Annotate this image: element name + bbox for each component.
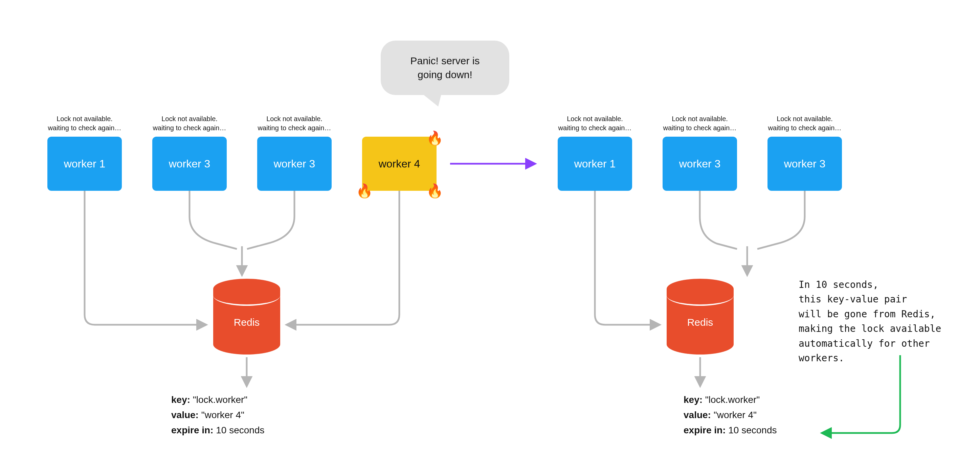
worker-box: worker 3 xyxy=(767,137,842,191)
status-line-2: waiting to check again… xyxy=(258,124,331,132)
status-line-1: Lock not available. xyxy=(567,115,623,122)
kv-value-label: value: xyxy=(684,410,711,420)
worker-box: worker 3 xyxy=(257,137,332,191)
status-line-2: waiting to check again… xyxy=(663,124,737,132)
fire-icon: 🔥 xyxy=(426,184,443,197)
explanation-text: In 10 seconds, this key-value pair will … xyxy=(799,277,980,365)
kv-expire-label: expire in: xyxy=(171,425,213,435)
kv-value-label: value: xyxy=(171,410,199,420)
status-text: Lock not available. waiting to check aga… xyxy=(149,114,230,133)
worker-label: worker 3 xyxy=(679,157,721,170)
status-text: Lock not available. waiting to check aga… xyxy=(554,114,635,133)
status-line-1: Lock not available. xyxy=(672,115,728,122)
kv-value-value: "worker 4" xyxy=(714,410,757,420)
status-line-1: Lock not available. xyxy=(266,115,323,122)
status-line-2: waiting to check again… xyxy=(558,124,632,132)
kv-expire-value: 10 seconds xyxy=(216,425,264,435)
redis-label: Redis xyxy=(667,317,733,328)
kv-block: key: "lock.worker" value: "worker 4" exp… xyxy=(171,392,264,438)
worker-box: worker 1 xyxy=(48,137,122,191)
redis-label: Redis xyxy=(213,317,280,328)
status-text: Lock not available. waiting to check aga… xyxy=(764,114,845,133)
status-text: Lock not available. waiting to check aga… xyxy=(254,114,335,133)
worker-box-panic: worker 4 xyxy=(362,137,436,191)
kv-key-value: "lock.worker" xyxy=(193,394,247,405)
fire-icon: 🔥 xyxy=(426,131,443,145)
worker-label: worker 3 xyxy=(784,157,826,170)
status-text: Lock not available. waiting to check aga… xyxy=(44,114,125,133)
status-line-2: waiting to check again… xyxy=(48,124,121,132)
kv-expire-label: expire in: xyxy=(684,425,725,435)
kv-expire-value: 10 seconds xyxy=(728,425,776,435)
kv-block: key: "lock.worker" value: "worker 4" exp… xyxy=(684,392,776,438)
fire-icon: 🔥 xyxy=(356,184,373,197)
kv-key-value: "lock.worker" xyxy=(705,394,760,405)
worker-box: worker 3 xyxy=(152,137,227,191)
status-line-1: Lock not available. xyxy=(776,115,833,122)
worker-label: worker 1 xyxy=(64,157,106,170)
worker-label: worker 1 xyxy=(574,157,616,170)
worker-label: worker 3 xyxy=(274,157,315,170)
worker-label: worker 3 xyxy=(169,157,210,170)
worker-box: worker 1 xyxy=(558,137,632,191)
speech-bubble: Panic! server is going down! xyxy=(381,41,509,95)
status-line-2: waiting to check again… xyxy=(768,124,842,132)
status-line-1: Lock not available. xyxy=(161,115,218,122)
status-line-1: Lock not available. xyxy=(57,115,113,122)
redis-cylinder: Redis xyxy=(667,279,733,354)
explain-line: this key-value pair xyxy=(799,292,980,307)
kv-key-label: key: xyxy=(684,394,703,405)
status-text: Lock not available. waiting to check aga… xyxy=(659,114,740,133)
status-line-2: waiting to check again… xyxy=(153,124,226,132)
speech-tail xyxy=(421,93,442,106)
kv-key-label: key: xyxy=(171,394,190,405)
explain-line: In 10 seconds, xyxy=(799,277,980,292)
explain-line: automatically for other workers. xyxy=(799,336,980,366)
worker-label: worker 4 xyxy=(379,157,420,170)
speech-line-2: going down! xyxy=(401,68,489,82)
worker-box: worker 3 xyxy=(663,137,737,191)
diagram-canvas: Panic! server is going down! Lock not av… xyxy=(0,0,980,456)
kv-value-value: "worker 4" xyxy=(201,410,244,420)
redis-cylinder: Redis xyxy=(213,279,280,354)
explain-line: making the lock available xyxy=(799,321,980,336)
explain-line: will be gone from Redis, xyxy=(799,307,980,321)
speech-line-1: Panic! server is xyxy=(401,54,489,68)
